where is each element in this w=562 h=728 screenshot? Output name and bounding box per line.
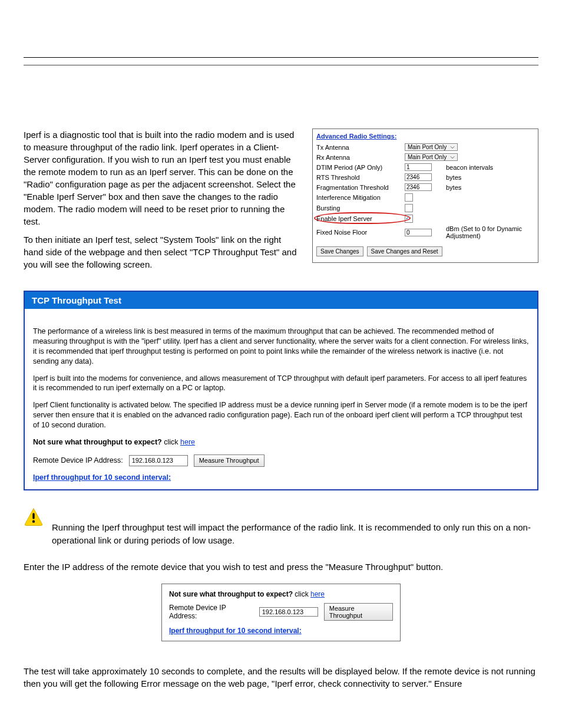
rts-unit: bytes xyxy=(446,174,534,181)
save-changes-button[interactable]: Save Changes xyxy=(316,246,363,256)
mini-hint-link[interactable]: here xyxy=(310,590,325,598)
section-subtitle: (On Board Diagnostics – No Additional So… xyxy=(24,95,538,105)
dtim-input[interactable]: 1 xyxy=(405,163,432,171)
dtim-unit: beacon intervals xyxy=(446,164,534,171)
mini-interval-heading: Iperf throughput for 10 second interval: xyxy=(169,627,393,635)
rx-antenna-select[interactable]: Main Port Only xyxy=(405,153,458,161)
noise-unit: dBm (Set to 0 for Dynamic Adjustment) xyxy=(446,225,534,239)
frag-label: Fragmentation Threshold xyxy=(316,184,405,191)
panel-hint-prefix: Not sure what throughput to expect? xyxy=(33,438,162,446)
figure-title: Advanced Radio Settings: xyxy=(316,133,534,140)
measure-throughput-button[interactable]: Measure Throughput xyxy=(194,454,265,467)
burst-checkbox[interactable] xyxy=(405,204,413,212)
svg-rect-0 xyxy=(32,513,34,519)
panel-hint: Not sure what throughput to expect? clic… xyxy=(33,437,529,447)
interf-checkbox[interactable] xyxy=(405,193,413,202)
frag-input[interactable]: 2346 xyxy=(405,183,432,191)
panel-hint-link[interactable]: here xyxy=(180,438,195,446)
noise-label: Fixed Noise Floor xyxy=(316,229,405,236)
chevron-down-icon xyxy=(450,145,455,150)
ip-label: Remote Device IP Address: xyxy=(33,456,123,466)
instruction-text: Enter the IP address of the remote devic… xyxy=(24,561,538,573)
iperf-label: Enable Iperf Server xyxy=(316,215,405,222)
rts-label: RTS Threshold xyxy=(316,174,405,181)
mini-ip-label: Remote Device IP Address: xyxy=(169,604,253,620)
caution-text: Running the Iperf throughput test will i… xyxy=(52,521,538,547)
tcp-throughput-panel: TCP Throughput Test The performance of a… xyxy=(24,291,538,490)
frag-unit: bytes xyxy=(446,184,534,191)
iperf-checkbox[interactable] xyxy=(405,215,413,223)
rule-top xyxy=(24,57,538,58)
tx-antenna-label: Tx Antenna xyxy=(316,144,405,151)
rts-input[interactable]: 2346 xyxy=(405,173,432,181)
panel-p3: Iperf Client functionality is activated … xyxy=(33,400,529,430)
mini-measure-button[interactable]: Measure Throughput xyxy=(324,603,393,621)
mini-throughput-frame: Not sure what throughput to expect? clic… xyxy=(161,584,401,641)
caution-label: CAUTION xyxy=(52,507,538,517)
panel-title: TCP Throughput Test xyxy=(25,292,537,309)
tail-paragraph: The test will take approximately 10 seco… xyxy=(24,665,538,690)
noise-input[interactable]: 0 xyxy=(405,229,432,236)
panel-p1: The performance of a wireless link is be… xyxy=(33,327,529,367)
rule-sub xyxy=(24,65,538,65)
dtim-label: DTIM Period (AP Only) xyxy=(316,164,405,171)
ip-input[interactable]: 192.168.0.123 xyxy=(129,455,188,466)
tx-antenna-select[interactable]: Main Port Only xyxy=(405,143,458,151)
chevron-down-icon xyxy=(450,155,455,160)
panel-hint-mid: click xyxy=(162,438,180,446)
mini-ip-input[interactable]: 192.168.0.123 xyxy=(259,607,318,617)
mini-hint-mid: click xyxy=(293,590,310,598)
advanced-radio-settings-figure: Advanced Radio Settings: Tx Antenna Main… xyxy=(312,129,538,263)
page-header-right: RF Technology Training Series – EK45 xyxy=(24,0,538,16)
rx-antenna-label: Rx Antenna xyxy=(316,154,405,161)
panel-p2: Iperf is built into the modems for conve… xyxy=(33,374,529,394)
section-title: 4.1 – Iperf – RF Link Quality Test xyxy=(24,76,538,91)
mini-hint-prefix: Not sure what throughput to expect? xyxy=(169,590,293,598)
tx-antenna-value: Main Port Only xyxy=(408,144,447,150)
burst-label: Bursting xyxy=(316,205,405,212)
interf-label: Interference Mitigation xyxy=(316,194,405,201)
svg-point-1 xyxy=(32,521,35,523)
caution-icon xyxy=(24,507,44,527)
rx-antenna-value: Main Port Only xyxy=(408,154,447,160)
save-reset-button[interactable]: Save Changes and Reset xyxy=(367,246,442,256)
interval-heading: Iperf throughput for 10 second interval: xyxy=(33,473,529,483)
